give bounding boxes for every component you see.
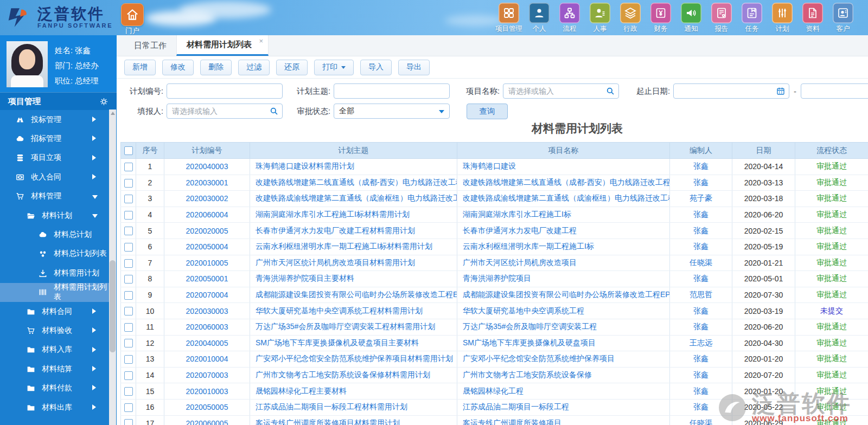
cell-subject-link[interactable]: 广州市文物考古工地安防系统设备保修材料需用计划 [250,370,457,380]
cell-project-link[interactable]: 改建铁路线增建第二线直通线（成都-西安）电力线路迁改工程 [457,178,669,188]
toolbar-button[interactable]: 打印 [314,60,354,75]
sidebar-menu-item[interactable]: 材料合同 [0,302,109,321]
cell-plan-no-link[interactable]: 2020040003 [186,162,228,171]
subject-input[interactable] [334,83,450,99]
cell-project-link[interactable]: 云南水利枢纽潜明水库一期工程施工I标 [457,242,669,252]
cell-project-link[interactable]: 晟铭园林绿化工程 [457,387,669,396]
top-nav-item[interactable]: 资料 [797,3,828,34]
cell-project-link[interactable]: 客运专线广州调度所装修项目 [457,418,669,425]
sidebar-menu-item[interactable]: 材料计划 [0,206,109,225]
gear-icon[interactable] [99,97,108,106]
cell-plan-no-link[interactable]: 2020010003 [186,387,228,396]
cell-project-link[interactable]: 广州市天河区统计局机房改造项目 [457,258,669,268]
cell-plan-no-link[interactable]: 2020070003 [186,371,228,379]
cell-project-link[interactable]: 长春市伊通河水力发电厂改建工程 [457,226,669,236]
select-all-checkbox[interactable] [124,146,133,155]
cell-plan-no-link[interactable]: 2020060004 [186,210,228,219]
row-checkbox[interactable] [124,227,133,235]
row-checkbox[interactable] [124,387,133,396]
cell-author-link[interactable]: 任晓渠 [690,258,712,267]
cell-project-link[interactable]: 广州市文物考古工地安防系统设备保修 [457,370,669,380]
portal-button[interactable]: 门户 [120,3,145,36]
cell-project-link[interactable]: 广安邓小平纪念馆安全防范系统维护保养项目 [457,354,669,364]
sidebar-menu-item[interactable]: 招标管理 [0,129,109,148]
cell-subject-link[interactable]: 广州市天河区统计局机房改造项目材料需用计划 [250,258,457,268]
row-checkbox[interactable] [124,371,133,380]
sidebar-menu-item[interactable]: 材料需用计划 [0,263,109,282]
search-button[interactable]: 查询 [467,104,508,119]
cell-project-link[interactable]: 改建铁路成渝线增建第二直通线（成渝枢纽）电力线路迁改工程 [457,194,669,203]
cell-project-link[interactable]: 华软大厦研究基地中央空调系统工程 [457,306,669,316]
row-checkbox[interactable] [124,419,133,425]
row-checkbox[interactable] [124,179,133,188]
sidebar-menu-item[interactable]: 材料付款 [0,378,109,397]
cell-author-link[interactable]: 王志远 [690,338,712,347]
sidebar-menu-item[interactable]: 材料总计划列表 [0,244,109,263]
search-icon[interactable] [269,106,279,116]
cell-plan-no-link[interactable]: 2020010005 [186,259,228,267]
sidebar-menu-item[interactable]: 材料总计划 [0,225,109,244]
row-checkbox[interactable] [124,275,133,284]
cell-plan-no-link[interactable]: 2020030003 [186,307,228,315]
cell-plan-no-link[interactable]: 2020060003 [186,323,228,331]
sidebar-menu-item[interactable]: 材料出库 [0,398,109,417]
search-icon[interactable] [605,86,615,96]
plan-no-input[interactable] [167,83,283,99]
cell-subject-link[interactable]: 改建铁路线增建第二线直通线（成都-西安）电力线路迁改工程... [250,178,457,188]
cell-subject-link[interactable]: 青海洪湖养护院项目主要材料 [250,274,457,284]
cell-plan-no-link[interactable]: 2020020005 [186,227,228,235]
cell-project-link[interactable]: 青海洪湖养护院项目 [457,274,669,284]
tab[interactable]: 日常工作 [124,35,176,56]
cell-plan-no-link[interactable]: 2020060005 [186,419,228,425]
top-nav-item[interactable]: 通知 [676,3,706,34]
cell-plan-no-link[interactable]: 2020030001 [186,178,228,187]
top-nav-item[interactable]: 项目管理 [494,3,524,34]
cell-subject-link[interactable]: 长春市伊通河水力发电厂改建工程材料需用计划 [250,226,457,236]
cell-author-link[interactable]: 张鑫 [693,402,709,411]
scrollbar-up-arrow-icon[interactable] [109,110,116,117]
cell-project-link[interactable]: SM广场地下车库更换摄像机及硬盘项目 [457,338,669,348]
cell-subject-link[interactable]: 珠海鹤港口建设材料需用计划 [250,162,457,171]
cell-subject-link[interactable]: 广安邓小平纪念馆安全防范系统维护保养项目材料需用计划 [250,354,457,364]
cell-author-link[interactable]: 张鑫 [693,226,709,235]
row-checkbox[interactable] [124,403,133,412]
cell-project-link[interactable]: 成都能源建设集团投资有限公司临时办公场所装修改造工程EPC... [457,290,669,300]
cell-subject-link[interactable]: SM广场地下车库更换摄像机及硬盘项目主要材料 [250,338,457,348]
approval-status-select[interactable]: 全部 [334,104,450,119]
cell-author-link[interactable]: 张鑫 [693,210,709,218]
tab-close-icon[interactable]: × [259,37,263,45]
cell-author-link[interactable]: 张鑫 [693,354,709,363]
toolbar-button[interactable]: 删除 [200,60,232,75]
cell-subject-link[interactable]: 改建铁路成渝线增建第二直通线（成渝枢纽）电力线路迁改工程... [250,194,457,203]
cell-subject-link[interactable]: 客运专线广州调度所装修项目材料需用计划 [250,418,457,425]
top-nav-item[interactable]: 个人 [524,3,554,34]
top-nav-item[interactable]: 流程 [554,3,585,34]
cell-author-link[interactable]: 张鑫 [693,322,709,331]
cell-author-link[interactable]: 张鑫 [693,370,709,379]
tab[interactable]: 材料需用计划列表 × [176,35,269,56]
cell-plan-no-link[interactable]: 2020010004 [186,355,228,363]
row-checkbox[interactable] [124,355,133,364]
top-nav-item[interactable]: 行政 [615,3,646,34]
sidebar-menu-item[interactable]: 投标管理 [0,110,109,129]
row-checkbox[interactable] [124,291,133,300]
cell-subject-link[interactable]: 万达广场35#会所及咖啡厅空调安装工程材料需用计划 [250,322,457,332]
cell-plan-no-link[interactable]: 2020050004 [186,242,228,251]
toolbar-button[interactable]: 导入 [360,60,392,75]
sidebar-menu-item[interactable]: 材料入库 [0,340,109,359]
row-checkbox[interactable] [124,259,133,268]
scrollbar-thumb[interactable] [110,260,116,352]
cell-author-link[interactable]: 苑子豪 [690,194,712,202]
top-nav-item[interactable]: 任务 [737,3,767,34]
cell-author-link[interactable]: 张鑫 [693,306,709,315]
cell-subject-link[interactable]: 湖南洞庭湖水库引水工程施工I标材料需用计划 [250,210,457,220]
toolbar-button[interactable]: 还原 [276,60,308,75]
date-to-input[interactable] [801,83,868,99]
toolbar-button[interactable]: 过滤 [238,60,270,75]
sidebar-menu-item[interactable]: 材料验收 [0,321,109,340]
sidebar-menu-item[interactable]: 收入合同 [0,168,109,186]
toolbar-button[interactable]: 新增 [124,60,156,75]
row-checkbox[interactable] [124,211,133,220]
sidebar-menu-item[interactable]: 材料结算 [0,359,109,378]
cell-author-link[interactable]: 任晓渠 [690,418,712,425]
